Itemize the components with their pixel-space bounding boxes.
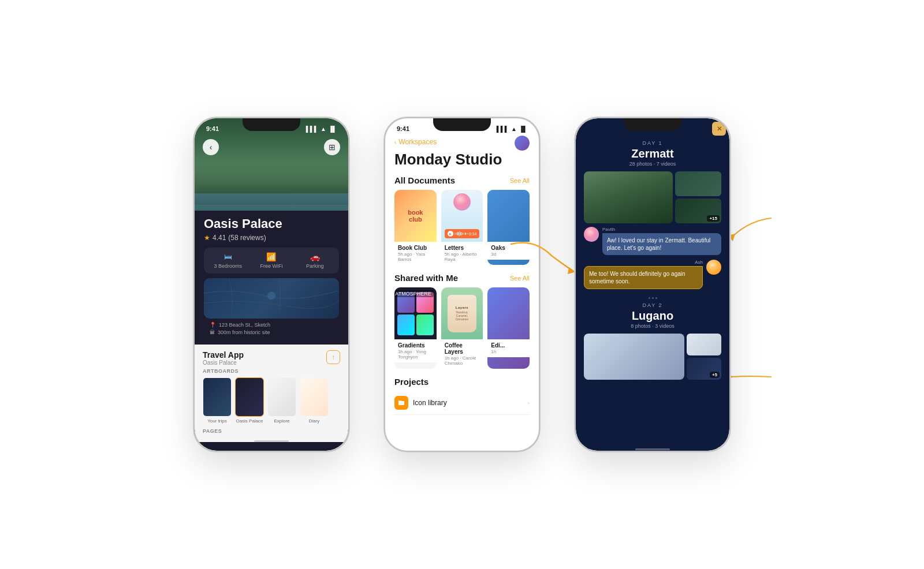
phone2-main-content: ‹ Workspaces Monday Studio All Documents… — [385, 134, 539, 451]
all-docs-title: All Documents — [394, 175, 455, 185]
artboard-oasis-palace[interactable]: Oasis Palace — [235, 377, 264, 424]
artboard-explore[interactable]: Explore — [267, 377, 296, 424]
coffee-thumb: Layers Hazelnut, Caramel, Cinnamon — [441, 287, 483, 339]
map-lines-svg — [204, 278, 339, 313]
day1-meta: 28 photos · 7 videos — [584, 161, 721, 167]
artboard-oasis-label: Oasis Palace — [236, 418, 263, 424]
artboards-row: Your trips Oasis Palace Explore — [203, 377, 340, 424]
phone3-wrapper: ▌▌▌ DAY 1 Zermatt 28 photos · 7 videos — [575, 117, 731, 452]
map-section — [204, 278, 339, 319]
day2-photos-grid: +5 — [584, 334, 721, 380]
audio-bar: ▶ — [445, 229, 480, 238]
chevron-back-icon: ‹ — [394, 139, 396, 145]
shared-third-meta: 1h — [491, 349, 526, 354]
panel-title: Travel App — [203, 350, 244, 360]
artboard-diary[interactable]: Diary — [300, 377, 329, 424]
see-all-docs[interactable]: See All — [510, 177, 530, 184]
doc-card-book-club[interactable]: bookclub Book Club 5h ago · Yara Barros — [394, 190, 437, 265]
amenity-parking-label: Parking — [306, 263, 324, 269]
project-chevron-icon: › — [528, 400, 530, 406]
notch-3 — [624, 118, 681, 131]
hotel-rating: ★ 4.41 (58 reviews) — [204, 234, 339, 242]
status-icons-2: ▌▌▌ ▲ ▐▌ — [497, 126, 527, 132]
book-club-title: Book Club — [398, 245, 433, 251]
gradient-3 — [397, 315, 415, 335]
book-club-info: Book Club 5h ago · Yara Barros — [394, 242, 437, 265]
artboard-your-trips-label: Your trips — [207, 418, 227, 424]
phone3-main-content: DAY 1 Zermatt 28 photos · 7 videos — [576, 134, 729, 451]
day2-label: DAY 2 — [584, 302, 721, 308]
panel-subtitle: Oasis Palace — [203, 360, 244, 366]
battery-icon-2: ▐▌ — [519, 126, 527, 132]
letters-meta: 5h ago · Alberto Raya — [445, 252, 480, 262]
shared-card-gradients[interactable]: ATMOSPHERE Gradients 3h ago · Yong Tongh… — [394, 287, 437, 369]
distance-text: 300m from historic site — [218, 330, 270, 335]
gradients-title: Gradients — [398, 342, 433, 349]
gradients-thumb: ATMOSPHERE — [394, 287, 437, 339]
shared-title: Shared with Me — [394, 273, 458, 283]
home-indicator-3 — [635, 448, 670, 450]
bookmark-button[interactable]: ⊞ — [324, 139, 340, 155]
projects-header: Projects — [394, 377, 530, 387]
coffee-meta: 1h ago · Carole Chimako — [445, 355, 480, 366]
address-text: 123 Beach St., Sketch — [219, 322, 270, 328]
day1-section: DAY 1 Zermatt 28 photos · 7 videos — [576, 134, 729, 223]
amenities-bar: 🛏 3 Bedrooms 📶 Free WiFi 🚗 Parking — [204, 248, 339, 274]
breadcrumb: ‹ Workspaces — [394, 138, 437, 146]
chat-text-pavith: Aw! I loved our stay in Zermatt. Beautif… — [602, 233, 721, 255]
hotel-info: Oasis Palace ★ 4.41 (58 reviews) 🛏 3 Bed… — [195, 211, 348, 345]
day1-side-photo-2: +15 — [675, 199, 721, 223]
day1-side-photos: +15 — [675, 171, 721, 223]
chat-bubble-pavith: Pavith Aw! I loved our stay in Zermatt. … — [584, 227, 721, 255]
shared-third-title: Edi... — [491, 342, 526, 349]
user-avatar[interactable] — [515, 136, 530, 151]
chat-content-pavith: Pavith Aw! I loved our stay in Zermatt. … — [602, 227, 721, 255]
status-icons: ▌▌▌ ▲ ▐▌ — [306, 126, 337, 132]
audio-play-icon[interactable]: ▶ — [448, 231, 453, 237]
day1-city: Zermatt — [584, 147, 721, 160]
day2-side-photo-2: +5 — [687, 358, 721, 380]
book-text: bookclub — [408, 209, 423, 223]
back-button[interactable]: ‹ — [203, 139, 219, 155]
artboard-your-trips[interactable]: Your trips — [203, 377, 232, 424]
signal-icon-2: ▌▌▌ — [497, 126, 509, 132]
star-icon: ★ — [204, 234, 210, 242]
svg-point-1 — [270, 294, 274, 298]
parking-icon: 🚗 — [310, 252, 320, 261]
gradient-4 — [416, 315, 434, 335]
all-docs-header: All Documents See All — [394, 175, 530, 185]
doc-card-letters[interactable]: ▶ — [441, 190, 483, 265]
notch — [243, 118, 300, 131]
annotation-arrow-close — [725, 212, 777, 247]
chat-section: Pavith Aw! I loved our stay in Zermatt. … — [576, 227, 729, 289]
bed-icon: 🛏 — [224, 252, 232, 261]
coffee-info: Coffee Layers 1h ago · Carole Chimako — [441, 339, 483, 369]
audio-waves — [454, 231, 468, 236]
project-icon-library[interactable]: Icon library › — [394, 391, 530, 415]
workspace-title: Monday Studio — [394, 151, 530, 169]
day1-main-photo — [584, 171, 673, 223]
project-folder-icon — [394, 396, 408, 410]
day1-main-photo-img — [584, 171, 673, 223]
hotel-name: Oasis Palace — [204, 216, 339, 231]
coffee-description: Hazelnut, Caramel, Cinnamon — [450, 310, 474, 321]
chat-text-ash: Me too! We should definitely go again so… — [584, 266, 703, 289]
bottom-panel: Travel App Oasis Palace ↑ ARTBOARDS Your… — [195, 345, 348, 440]
chat-bubble-ash: Ash Me too! We should definitely go agai… — [584, 260, 721, 289]
share-button[interactable]: ↑ — [326, 350, 340, 364]
audio-time: 0:34 — [469, 232, 477, 236]
coffee-title: Coffee Layers — [445, 342, 480, 355]
phone2-to-phone3-arrow — [505, 233, 580, 279]
chat-content-ash: Ash Me too! We should definitely go agai… — [584, 260, 703, 289]
atmosphere-label: ATMOSPHERE — [394, 290, 434, 297]
dots-divider — [576, 294, 729, 302]
day2-meta: 8 photos · 3 videos — [584, 323, 721, 329]
chat-sender-ash: Ash — [584, 260, 703, 265]
notch-2 — [433, 118, 491, 131]
building-icon: 🏛 — [210, 330, 215, 335]
shared-card-coffee[interactable]: Layers Hazelnut, Caramel, Cinnamon Coffe… — [441, 287, 483, 369]
address-item: 📍 123 Beach St., Sketch — [210, 322, 333, 328]
day1-side-photo-1 — [675, 171, 721, 196]
shared-card-third[interactable]: Edi... 1h — [487, 287, 530, 369]
phone-travel-app: 9:41 ▌▌▌ ▲ ▐▌ ‹ ⊞ Oasis Palace ★ 4.41 (5… — [193, 117, 349, 452]
